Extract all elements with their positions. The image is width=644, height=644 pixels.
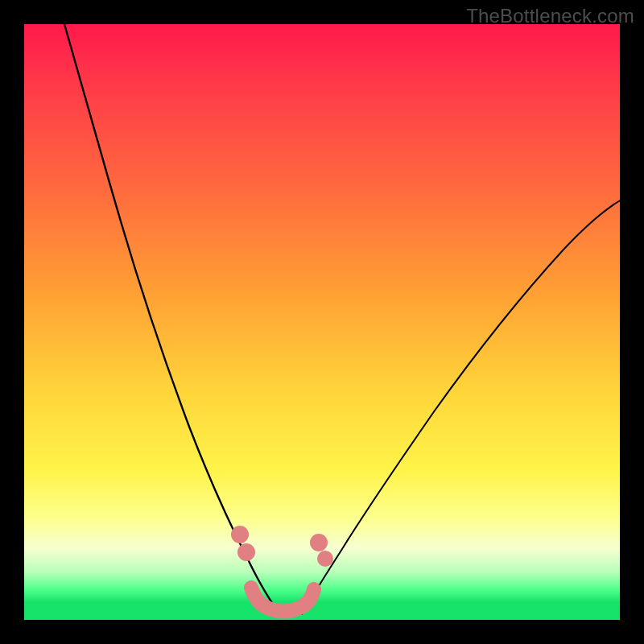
right-curve xyxy=(302,200,621,614)
marker-dot xyxy=(237,543,255,561)
marker-dot xyxy=(231,526,249,543)
chart-frame: TheBottleneck.com xyxy=(0,0,644,644)
curves-layer xyxy=(24,24,620,620)
trough-squiggle xyxy=(251,588,314,612)
marker-dot xyxy=(317,551,333,567)
plot-area xyxy=(24,24,620,620)
marker-dot xyxy=(310,534,328,551)
left-curve xyxy=(64,24,280,614)
watermark-text: TheBottleneck.com xyxy=(466,5,634,27)
